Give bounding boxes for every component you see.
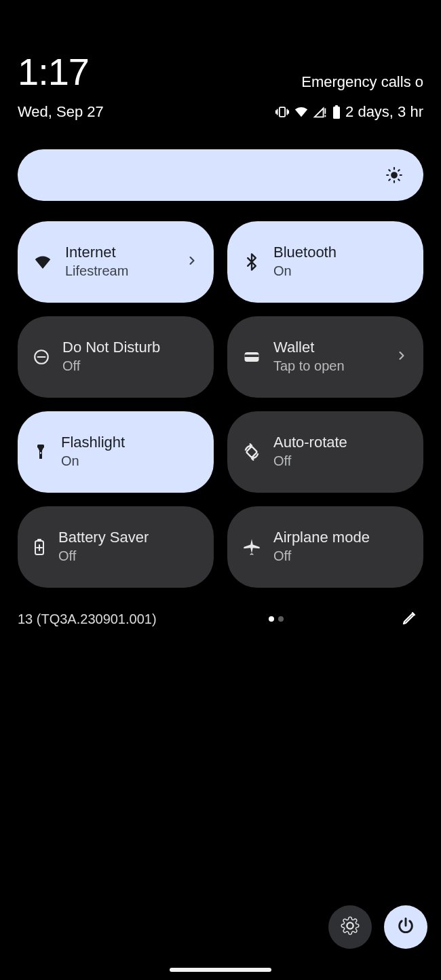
tile-title: Internet (65, 244, 173, 261)
battery-icon (332, 105, 341, 119)
brightness-icon (385, 166, 403, 184)
tile-internet[interactable]: Internet Lifestream (18, 221, 214, 303)
svg-point-5 (391, 172, 398, 178)
tile-battery-saver[interactable]: Battery Saver Off (18, 506, 214, 588)
svg-rect-10 (40, 452, 41, 454)
nav-handle[interactable] (170, 968, 271, 972)
do-not-disturb-icon (33, 348, 50, 366)
quick-settings-tiles: Internet Lifestream Bluetooth On Do Not … (18, 221, 423, 588)
svg-rect-1 (324, 109, 326, 114)
tile-subtitle: Off (273, 546, 408, 565)
date[interactable]: Wed, Sep 27 (18, 103, 104, 121)
tile-title: Wallet (273, 339, 383, 356)
status-bar-icons: 2 days, 3 hr (275, 103, 423, 121)
tile-subtitle: Tap to open (273, 356, 383, 375)
tile-do-not-disturb[interactable]: Do Not Disturb Off (18, 316, 214, 398)
page-indicator[interactable] (269, 616, 284, 622)
chevron-right-icon[interactable] (185, 254, 199, 270)
signal-no-service-icon (313, 105, 328, 119)
bottom-actions (328, 905, 427, 949)
clock: 1:17 (18, 53, 89, 91)
power-button[interactable] (384, 905, 427, 949)
page-dot (269, 616, 274, 622)
tile-subtitle: Lifestream (65, 261, 173, 280)
svg-rect-9 (37, 445, 44, 448)
svg-rect-2 (324, 115, 326, 117)
tile-title: Airplane mode (273, 529, 408, 546)
svg-rect-11 (246, 447, 257, 457)
tile-subtitle: On (61, 451, 199, 470)
tile-title: Do Not Disturb (62, 339, 199, 356)
qs-header: 1:17 Emergency calls o Wed, Sep 27 (0, 0, 441, 121)
tile-bluetooth[interactable]: Bluetooth On (227, 221, 423, 303)
tile-title: Flashlight (61, 434, 199, 451)
tile-wallet[interactable]: Wallet Tap to open (227, 316, 423, 398)
edit-tiles-button[interactable] (396, 605, 423, 633)
gear-icon (341, 916, 360, 938)
page-dot (278, 616, 284, 622)
tile-title: Auto-rotate (273, 434, 408, 451)
flashlight-icon (33, 442, 49, 461)
airplane-icon (242, 538, 261, 557)
bluetooth-icon (242, 252, 261, 271)
power-icon (396, 916, 415, 938)
brightness-slider[interactable] (18, 149, 423, 201)
battery-saver-icon (33, 538, 46, 557)
vibrate-icon (275, 105, 290, 119)
tile-subtitle: Off (273, 451, 408, 470)
chevron-right-icon[interactable] (395, 349, 408, 365)
tile-flashlight[interactable]: Flashlight On (18, 411, 214, 493)
tile-title: Battery Saver (58, 529, 199, 546)
tile-subtitle: Off (58, 546, 199, 565)
pencil-icon (402, 609, 418, 628)
svg-rect-13 (37, 539, 41, 542)
auto-rotate-icon (242, 442, 261, 461)
tile-auto-rotate[interactable]: Auto-rotate Off (227, 411, 423, 493)
svg-rect-4 (335, 105, 338, 107)
tile-title: Bluetooth (273, 244, 408, 261)
tile-subtitle: Off (62, 356, 199, 375)
battery-text: 2 days, 3 hr (345, 103, 423, 121)
emergency-call-text[interactable]: Emergency calls o (301, 73, 423, 91)
svg-rect-3 (333, 107, 340, 119)
qs-footer-row: 13 (TQ3A.230901.001) (18, 605, 423, 633)
svg-rect-8 (245, 355, 259, 358)
svg-rect-0 (280, 107, 285, 117)
settings-button[interactable] (328, 905, 372, 949)
wifi-icon (33, 252, 53, 272)
build-text: 13 (TQ3A.230901.001) (18, 611, 157, 627)
tile-airplane-mode[interactable]: Airplane mode Off (227, 506, 423, 588)
wallet-icon (242, 347, 261, 366)
tile-subtitle: On (273, 261, 408, 280)
wifi-icon (294, 105, 309, 119)
